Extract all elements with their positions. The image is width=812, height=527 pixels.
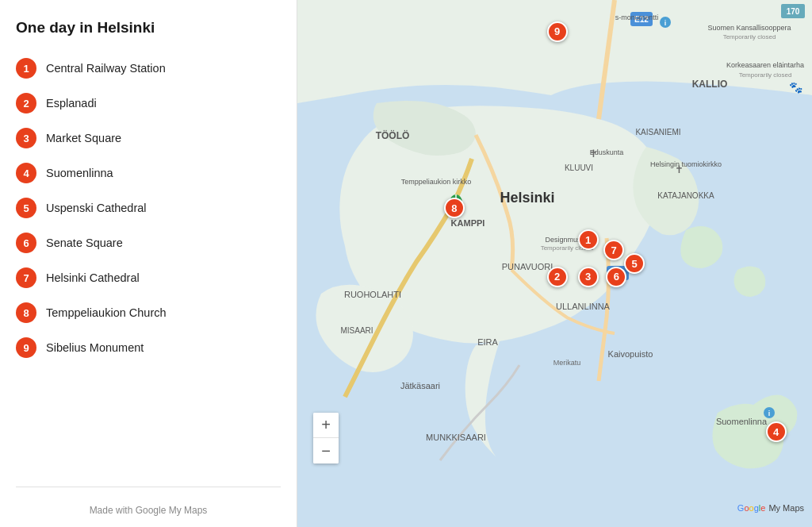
svg-text:i: i <box>665 19 667 27</box>
place-item-7[interactable]: 7Helsinki Cathedral <box>16 260 281 295</box>
place-name-8: Temppeliaukion Church <box>46 306 167 319</box>
place-name-6: Senate Square <box>46 237 123 249</box>
svg-text:KALLIO: KALLIO <box>692 79 728 90</box>
svg-text:KATAJANOKKA: KATAJANOKKA <box>657 191 714 200</box>
map-controls: + − <box>313 413 339 464</box>
map-pin-4[interactable]: 4 <box>766 421 787 442</box>
place-item-2[interactable]: 2Esplanadi <box>16 86 281 121</box>
svg-text:Suomenlinna: Suomenlinna <box>716 417 768 426</box>
svg-text:Merikatu: Merikatu <box>553 359 581 367</box>
svg-text:MUNKKISAARI: MUNKKISAARI <box>426 433 486 442</box>
divider <box>16 487 281 487</box>
svg-text:PUNAVUORI: PUNAVUORI <box>502 262 553 271</box>
place-item-3[interactable]: 3Market Square <box>16 121 281 156</box>
zoom-out-button[interactable]: − <box>313 438 339 464</box>
sidebar: One day in Helsinki 1Central Railway Sta… <box>0 0 297 527</box>
svg-text:Temppeliaukion kirkko: Temppeliaukion kirkko <box>401 178 472 186</box>
map-pin-3[interactable]: 3 <box>578 267 599 287</box>
map-pin-7[interactable]: 7 <box>603 240 624 260</box>
svg-text:KAISANIEMI: KAISANIEMI <box>635 128 680 137</box>
place-item-9[interactable]: 9Sibelius Monument <box>16 330 281 365</box>
svg-text:TÖÖLÖ: TÖÖLÖ <box>376 129 410 141</box>
svg-text:Helsinki: Helsinki <box>500 190 554 206</box>
google-text: Google <box>737 503 766 513</box>
svg-text:ULLANLINNA: ULLANLINNA <box>556 302 611 311</box>
svg-text:Jätkäsaari: Jätkäsaari <box>400 381 440 390</box>
map-pin-1[interactable]: 1 <box>578 229 599 250</box>
place-name-4: Suomenlinna <box>46 167 113 179</box>
svg-text:Temporarily closed: Temporarily closed <box>723 33 776 40</box>
my-maps-text: My Maps <box>768 503 804 513</box>
map-pin-9[interactable]: 9 <box>547 21 568 42</box>
svg-text:✝: ✝ <box>589 148 598 160</box>
svg-text:170: 170 <box>787 7 800 16</box>
place-badge-8: 8 <box>16 302 36 323</box>
map-pin-6[interactable]: 6 <box>606 267 626 287</box>
place-badge-4: 4 <box>16 163 36 183</box>
place-item-6[interactable]: 6Senate Square <box>16 225 281 260</box>
place-name-3: Market Square <box>46 132 121 144</box>
place-name-2: Esplanadi <box>46 97 97 110</box>
map-pin-2[interactable]: 2 <box>547 267 568 287</box>
google-logo: Google My Maps <box>737 503 804 513</box>
svg-text:🐾: 🐾 <box>789 81 803 94</box>
svg-text:KAMPPI: KAMPPI <box>451 218 485 228</box>
place-badge-2: 2 <box>16 93 36 113</box>
svg-text:Kaivopuisto: Kaivopuisto <box>608 349 653 359</box>
map-area: E12 170 TÖÖLÖ KALLIO KAISANIEMI KAMPPI K… <box>297 0 812 527</box>
svg-text:Helsingin tuomiokirkko: Helsingin tuomiokirkko <box>650 160 722 168</box>
place-badge-9: 9 <box>16 337 36 358</box>
zoom-in-button[interactable]: + <box>313 413 339 438</box>
place-badge-7: 7 <box>16 267 36 288</box>
place-badge-3: 3 <box>16 128 36 148</box>
map-pin-8[interactable]: 8 <box>444 198 465 218</box>
svg-text:✝: ✝ <box>675 163 684 175</box>
svg-text:RUOHOLAHTI: RUOHOLAHTI <box>344 290 401 299</box>
svg-text:MISAARI: MISAARI <box>340 326 373 335</box>
place-badge-5: 5 <box>16 198 36 218</box>
svg-text:Temporarily closed: Temporarily closed <box>739 71 792 79</box>
place-name-7: Helsinki Cathedral <box>46 271 140 284</box>
place-item-8[interactable]: 8Temppeliaukion Church <box>16 295 281 330</box>
place-name-5: Uspenski Cathedral <box>46 202 147 214</box>
svg-text:Korkeasaaren eläintarha: Korkeasaaren eläintarha <box>726 61 804 69</box>
map-pin-5[interactable]: 5 <box>624 253 645 274</box>
place-item-4[interactable]: 4Suomenlinna <box>16 156 281 190</box>
place-name-9: Sibelius Monument <box>46 341 144 354</box>
place-name-1: Central Railway Station <box>46 62 166 75</box>
page-title: One day in Helsinki <box>16 19 281 37</box>
svg-text:EIRA: EIRA <box>477 337 498 347</box>
google-g-red2: e <box>760 503 765 513</box>
place-badge-6: 6 <box>16 233 36 253</box>
place-item-5[interactable]: 5Uspenski Cathedral <box>16 190 281 225</box>
place-item-1[interactable]: 1Central Railway Station <box>16 51 281 86</box>
svg-text:KLUUVI: KLUUVI <box>565 163 593 172</box>
place-list: 1Central Railway Station2Esplanadi3Marke… <box>16 51 281 479</box>
place-badge-1: 1 <box>16 58 36 79</box>
svg-text:s-monumentti: s-monumentti <box>615 13 659 21</box>
sidebar-footer: Made with Google My Maps <box>16 495 281 527</box>
svg-text:Suomen Kansallisooppera: Suomen Kansallisooppera <box>707 24 791 32</box>
svg-text:i: i <box>768 410 771 417</box>
